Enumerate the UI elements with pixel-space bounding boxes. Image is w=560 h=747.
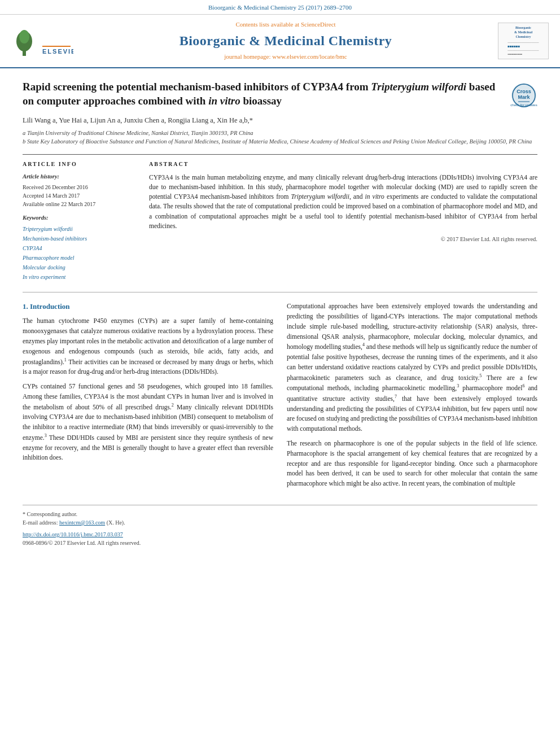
keyword-3: CYP3A4 [23,243,135,253]
article-info-abstract-section: ARTICLE INFO Article history: Received 2… [23,154,537,282]
homepage-url[interactable]: www.elsevier.com/locate/bmc [272,53,347,60]
email-note: E-mail address: hexintcm@163.com (X. He)… [23,518,537,527]
science-direct-link[interactable]: ScienceDirect [301,21,336,28]
body-left-column: 1. Introduction The human cytochrome P45… [23,302,273,493]
doi-link[interactable]: http://dx.doi.org/10.1016/j.bmc.2017.03.… [23,531,123,538]
svg-text:ELSEVIER: ELSEVIER [42,48,73,55]
keyword-6: In vitro experiment [23,272,135,282]
article-info-column: ARTICLE INFO Article history: Received 2… [23,160,135,282]
abstract-column: ABSTRACT CYP3A4 is the main human metabo… [149,160,537,282]
journal-title-area: Contents lists available at ScienceDirec… [79,20,492,61]
footnote-area: * Corresponding author. E-mail address: … [23,505,537,547]
section-divider [23,292,537,292]
article-info-label: ARTICLE INFO [23,160,135,168]
article-title: Rapid screening the potential mechanism-… [23,80,502,108]
issn-line: 0968-0896/© 2017 Elsevier Ltd. All right… [23,539,537,547]
email-link[interactable]: hexintcm@163.com [59,519,105,526]
journal-thumbnail: Bioorganic& MedicinalChemistry ─────────… [498,23,549,59]
keywords-label: Keywords: [23,214,135,222]
svg-rect-3 [42,46,71,47]
copyright-notice: © 2017 Elsevier Ltd. All rights reserved… [149,235,537,244]
body-right-column: Computational approaches have been exten… [287,302,537,493]
affiliations: a Tianjin University of Traditional Chin… [23,129,537,146]
affiliation-a: a Tianjin University of Traditional Chin… [23,129,537,137]
body-columns: 1. Introduction The human cytochrome P45… [23,302,537,493]
article-title-area: Rapid screening the potential mechanism-… [23,80,537,109]
available-date: Available online 22 March 2017 [23,200,135,208]
journal-bar: Bioorganic & Medicinal Chemistry 25 (201… [0,0,560,15]
received-date: Received 26 December 2016 [23,183,135,191]
available-text: Contents lists available at ScienceDirec… [79,20,492,29]
abstract-text: CYP3A4 is the main human metabolizing en… [149,173,537,231]
abstract-label: ABSTRACT [149,160,537,168]
intro-paragraph-1: The human cytochrome P450 enzymes (CYPs)… [23,316,273,377]
keyword-4: Pharmacophore model [23,253,135,263]
journal-header: ELSEVIER Contents lists available at Sci… [0,15,560,68]
history-label: Article history: [23,173,135,181]
journal-citation: Bioorganic & Medicinal Chemistry 25 (201… [208,4,352,11]
svg-text:Mark: Mark [518,94,530,100]
keyword-1: Tripterygium wilfordii [23,224,135,234]
right-paragraph-2: The research on pharmacophore is one of … [287,439,537,489]
svg-point-2 [19,30,29,43]
svg-text:check for updates: check for updates [510,103,537,107]
keyword-5: Molecular docking [23,263,135,272]
elsevier-logo-area: ELSEVIER [11,24,73,58]
journal-homepage: journal homepage: www.elsevier.com/locat… [79,53,492,61]
intro-paragraph-2: CYPs contained 57 functional genes and 5… [23,382,273,463]
main-content: Rapid screening the potential mechanism-… [0,68,560,558]
crossmark-badge[interactable]: Cross Mark check for updates [510,82,537,109]
right-paragraph-1: Computational approaches have been exten… [287,302,537,434]
keyword-2: Mechanism-based inhibitors [23,234,135,243]
corresponding-author-note: * Corresponding author. [23,510,537,518]
intro-section-title: 1. Introduction [23,302,273,312]
affiliation-b: b State Key Laboratory of Bioactive Subs… [23,137,537,146]
elsevier-tree-icon: ELSEVIER [11,24,73,58]
journal-title: Bioorganic & Medicinal Chemistry [79,32,492,51]
authors-line: Lili Wang a, Yue Hai a, Lijun An a, Junx… [23,116,537,126]
accepted-date: Accepted 14 March 2017 [23,191,135,200]
svg-text:Cross: Cross [517,89,531,94]
doi-line: http://dx.doi.org/10.1016/j.bmc.2017.03.… [23,530,537,539]
